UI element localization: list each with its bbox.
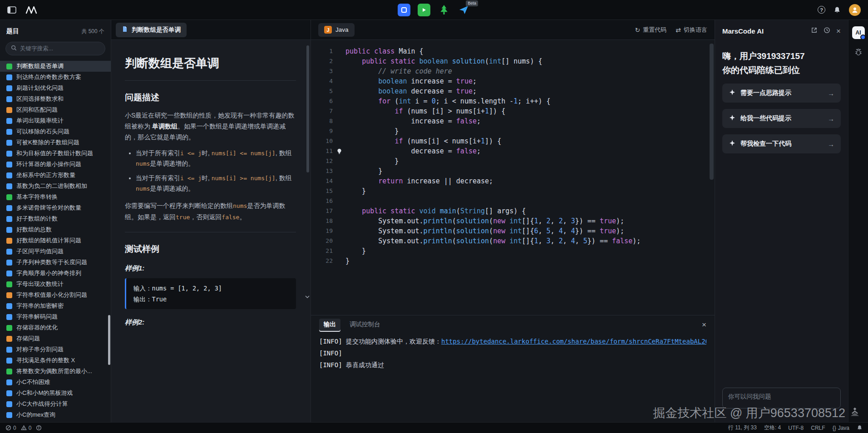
error-count[interactable]: 0 xyxy=(5,425,16,431)
help-icon[interactable]: ? xyxy=(818,6,825,14)
history-icon[interactable] xyxy=(824,27,830,35)
language-mode[interactable]: {} Java xyxy=(833,425,849,431)
ai-suggestion-card[interactable]: 给我一些代码提示 → xyxy=(722,109,841,128)
problem-list-item[interactable]: 字符串权值最小化分割问题 xyxy=(0,290,111,300)
problem-list-item[interactable]: 环计算器的最小操作问题 xyxy=(0,159,111,170)
switch-language-button[interactable]: ⇄ 切换语言 xyxy=(676,26,707,34)
problem-scrollbar[interactable] xyxy=(306,45,309,172)
code-line[interactable]: 7 if (nums [i] > nums[i+1]) { xyxy=(311,106,715,116)
lightbulb-icon[interactable] xyxy=(336,148,342,154)
code-line[interactable]: 17 public static void main(String[] args… xyxy=(311,206,715,216)
avatar[interactable] xyxy=(849,4,861,16)
tree-app-icon[interactable] xyxy=(438,4,450,16)
code-line[interactable]: 10 if (nums[i] < nums[i+1]) { xyxy=(311,136,715,146)
code-line[interactable]: 19 System.out.println(solution(new int[]… xyxy=(311,226,715,236)
problem-list-item[interactable]: 和为目标值的子数组计数问题 xyxy=(0,148,111,159)
plane-app-icon[interactable]: Beta xyxy=(458,4,470,16)
problem-list-item[interactable]: 小C的合法size序列问题 xyxy=(0,420,111,422)
problem-list-item[interactable]: 基本字符串转换 xyxy=(0,192,111,202)
encoding[interactable]: UTF-8 xyxy=(788,425,804,431)
problem-list-item[interactable]: 字符串解码问题 xyxy=(0,311,111,322)
problem-list-item[interactable]: 对称子串分割问题 xyxy=(0,344,111,355)
reset-code-button[interactable]: ↻ 重置代码 xyxy=(635,26,667,34)
code-line[interactable]: 6 for (int i = 0; i < nums.length -1; i+… xyxy=(311,96,715,106)
tab-output[interactable]: 输出 xyxy=(319,319,340,331)
run-app-icon[interactable] xyxy=(418,4,430,16)
ai-chat-input[interactable] xyxy=(722,388,841,408)
code-line[interactable]: 16 xyxy=(311,196,715,206)
code-line[interactable]: 15 } xyxy=(311,186,715,196)
problem-list-item[interactable]: 字母出现次数统计 xyxy=(0,279,111,290)
code-line[interactable]: 3 // write code here xyxy=(311,66,715,76)
problem-list-item[interactable]: 坐标系中的正方形数量 xyxy=(0,170,111,181)
feedback-link[interactable]: https://bytedance.larkoffice.com/share/b… xyxy=(441,338,706,345)
problem-list-item[interactable]: 基数为负二的二进制数相加 xyxy=(0,181,111,192)
notifications-bell-icon[interactable] xyxy=(857,425,863,431)
code-line[interactable]: 18 System.out.println(solution(new int[]… xyxy=(311,216,715,226)
problem-list-item[interactable]: 字典顺序最小的神奇排列 xyxy=(0,268,111,279)
problem-list-item[interactable]: 字符串的加密解密 xyxy=(0,300,111,311)
bell-icon[interactable] xyxy=(833,6,841,14)
code-line[interactable]: 20 System.out.println(solution(new int[]… xyxy=(311,236,715,246)
ai-badge-icon[interactable]: AI xyxy=(852,26,865,39)
code-line[interactable]: 12 } xyxy=(311,156,715,166)
problem-list-item[interactable]: 存储容器的优化 xyxy=(0,322,111,333)
sidebar-toggle-icon[interactable] xyxy=(7,6,16,14)
problem-list-item[interactable]: 好子数组的计数 xyxy=(0,213,111,224)
code-line[interactable]: 21 } xyxy=(311,246,715,256)
warning-count[interactable]: 0 xyxy=(21,425,32,431)
export-icon[interactable] xyxy=(811,27,818,35)
code-line[interactable]: 4 boolean increase = true; xyxy=(311,76,715,86)
code-line[interactable]: 22 } xyxy=(311,256,715,266)
problem-list-item[interactable]: 好数组的总数 xyxy=(0,224,111,235)
eol-setting[interactable]: CRLF xyxy=(811,425,825,431)
sidebar-scrollbar[interactable] xyxy=(108,315,110,365)
problem-list-item[interactable]: 可被K整除的子数组问题 xyxy=(0,137,111,148)
ai-suggestion-card[interactable]: 需要一点思路提示 → xyxy=(722,84,841,103)
code-line[interactable]: 1 public class Main { xyxy=(311,46,715,56)
problem-list-item[interactable]: 寻找满足条件的整数 X xyxy=(0,355,111,366)
code-line[interactable]: 9 } xyxy=(311,126,715,136)
docs-app-icon[interactable] xyxy=(398,4,410,16)
problem-list-item[interactable]: 区间和匹配问题 xyxy=(0,104,111,115)
problem-tab[interactable]: 判断数组是否单调 xyxy=(116,23,187,37)
problem-list-item[interactable]: 子序列种类数等于长度问题 xyxy=(0,257,111,268)
code-editor[interactable]: 1 public class Main { 2 xyxy=(311,40,715,315)
ai-suggestion-label: 需要一点思路提示 xyxy=(740,89,791,97)
tab-java[interactable]: J Java xyxy=(318,23,355,37)
problem-list-item[interactable]: 小C的mex查询 xyxy=(0,409,111,420)
indent-setting[interactable]: 空格: 4 xyxy=(764,424,781,432)
code-line[interactable]: 13 } xyxy=(311,166,715,176)
chevron-down-icon[interactable] xyxy=(305,292,310,300)
bug-icon[interactable] xyxy=(854,48,863,58)
problem-list-item[interactable]: 小C大作战得分计算 xyxy=(0,399,111,409)
problem-list-item[interactable]: 小C不怕困难 xyxy=(0,377,111,388)
cursor-position[interactable]: 行 11, 列 33 xyxy=(728,424,757,432)
code-line[interactable]: 8 increase = false; xyxy=(311,116,715,126)
problem-list-item[interactable]: 将整数变为偶数所需的最小... xyxy=(0,366,111,377)
problem-list-item[interactable]: 区间选择整数求和 xyxy=(0,93,111,104)
search-input[interactable] xyxy=(20,45,100,52)
problem-list-item[interactable]: 小C和小M的黑板游戏 xyxy=(0,388,111,399)
code-line[interactable]: 5 boolean decrease = true; xyxy=(311,86,715,96)
problem-list-item[interactable]: 存储问题 xyxy=(0,333,111,344)
problem-list-item[interactable]: 刷题计划优化问题 xyxy=(0,83,111,93)
tab-debug-console[interactable]: 调试控制台 xyxy=(350,320,380,329)
problem-list-item-label: 区间和匹配问题 xyxy=(16,106,58,114)
info-icon[interactable] xyxy=(36,425,42,431)
problem-list-item[interactable]: 单词出现频率统计 xyxy=(0,115,111,126)
problem-list-item[interactable]: 可以移除的石头问题 xyxy=(0,126,111,137)
search-box[interactable] xyxy=(5,42,105,55)
problem-list-item[interactable]: 判断数组是否单调 xyxy=(0,61,111,72)
ai-close-icon[interactable]: × xyxy=(836,27,841,35)
problem-list-item[interactable]: 好数组的随机值计算问题 xyxy=(0,235,111,246)
problem-list-item[interactable]: 多米诺骨牌等价对的数量 xyxy=(0,202,111,213)
ai-suggestion-card[interactable]: 帮我检查一下代码 → xyxy=(722,134,841,153)
code-line[interactable]: 2 public static boolean solution(int[] n… xyxy=(311,56,715,66)
code-line[interactable]: 14 return increase || decrease; xyxy=(311,176,715,186)
console-close-icon[interactable]: × xyxy=(702,321,706,329)
problem-list-item[interactable]: 子区间平均值问题 xyxy=(0,246,111,257)
code-line[interactable]: 11 decrease = false; xyxy=(311,146,715,156)
problem-list-item[interactable]: 到达终点的奇数步数方案 xyxy=(0,72,111,83)
editor-scrollbar[interactable] xyxy=(710,44,714,180)
